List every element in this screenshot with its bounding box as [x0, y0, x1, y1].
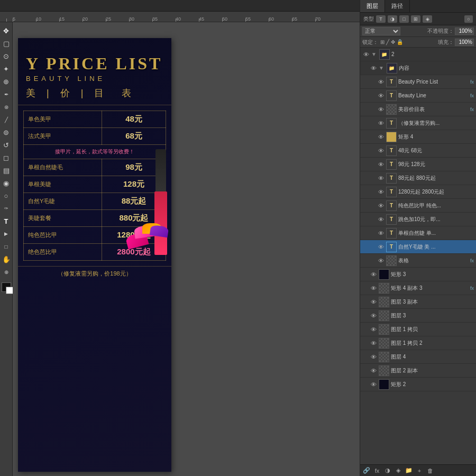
ruler-mark: 15	[59, 16, 83, 22]
layer-item-note[interactable]: 👁 T （修复液需另购...	[360, 116, 476, 130]
path-select-tool[interactable]: ▶	[1, 228, 12, 239]
add-adjustment-btn[interactable]: ◈	[394, 466, 402, 475]
lasso-tool[interactable]: ⊙	[1, 51, 12, 61]
filter-adj-icon[interactable]: ◑	[388, 15, 397, 23]
eye-icon[interactable]: 👁	[377, 175, 385, 182]
eye-icon[interactable]: 👁	[377, 147, 385, 154]
delete-layer-btn[interactable]: 🗑	[426, 466, 434, 475]
opacity-value[interactable]: 100%	[455, 28, 474, 35]
layer-item-rect3[interactable]: 👁 矩形 3	[360, 268, 476, 281]
history-brush-tool[interactable]: ↺	[1, 140, 12, 150]
layer-item-layer3-copy[interactable]: 👁 图层 3 副本	[360, 295, 476, 309]
layer-item-rect4[interactable]: 👁 矩形 4	[360, 130, 476, 144]
move-tool[interactable]: ✥	[1, 25, 12, 36]
clone-stamp-tool[interactable]: ⊚	[1, 127, 12, 138]
layer-item-layer4[interactable]: 👁 图层 4	[360, 350, 476, 364]
select-tool[interactable]: ▢	[1, 38, 12, 49]
eye-icon[interactable]: 👁	[370, 65, 377, 72]
heal-tool[interactable]: ⊛	[1, 102, 12, 112]
layer-item-biaoge[interactable]: 👁 表格 fx	[360, 254, 476, 268]
layer-item-1280-2800[interactable]: 👁 T 1280元起 2800元起	[360, 185, 476, 199]
hand-tool[interactable]: ✋	[1, 254, 12, 264]
layer-item-color-add[interactable]: 👁 T 跳色加10元，即...	[360, 213, 476, 226]
layer-thumbnail	[379, 365, 389, 376]
blend-mode-select[interactable]: 正常	[362, 27, 400, 35]
layer-name: 矩形 2	[391, 381, 474, 388]
eye-icon[interactable]: 👁	[362, 51, 370, 58]
lock-transparent-btn[interactable]: ⊞	[380, 39, 385, 45]
layer-item-layer1-copy1[interactable]: 👁 图层 1 拷贝	[360, 323, 476, 336]
eye-icon[interactable]: 👁	[377, 161, 385, 168]
eye-icon[interactable]: 👁	[370, 312, 377, 319]
tab-layers[interactable]: 图层	[360, 0, 385, 12]
zoom-tool[interactable]: ⊕	[1, 267, 12, 277]
eye-icon[interactable]: 👁	[370, 353, 377, 361]
layer-item-98-128[interactable]: 👁 T 98元 128元	[360, 158, 476, 171]
layer-item-meirong[interactable]: 👁 美容价目表 fx	[360, 103, 476, 116]
eye-icon[interactable]: 👁	[370, 271, 377, 278]
foreground-color[interactable]	[2, 282, 11, 292]
filter-shape-icon[interactable]: □	[399, 15, 409, 23]
layer-item-content[interactable]: 👁 ▼ 📁 内容	[360, 61, 476, 75]
layer-item-group2[interactable]: 👁 ▼ 📁 2	[360, 48, 476, 61]
text-tool[interactable]: T	[1, 216, 12, 226]
eye-icon[interactable]: 👁	[377, 188, 385, 196]
group-arrow-icon[interactable]: ▼	[371, 51, 377, 57]
eye-icon[interactable]: 👁	[377, 216, 385, 223]
filter-type-icon[interactable]: T	[376, 15, 386, 23]
filter-enabled-btn[interactable]: ○	[464, 15, 473, 23]
eyedropper-tool[interactable]: ✒	[1, 89, 12, 99]
layer-item-rect2[interactable]: 👁 矩形 2	[360, 378, 476, 391]
new-layer-btn[interactable]: +	[415, 466, 424, 475]
filter-toggle[interactable]: ○	[464, 15, 473, 23]
gradient-tool[interactable]: ▤	[1, 165, 12, 176]
link-layers-btn[interactable]: 🔗	[362, 466, 371, 475]
eye-icon[interactable]: 👁	[377, 120, 385, 127]
eye-icon[interactable]: 👁	[370, 340, 377, 347]
layer-item-48-68[interactable]: 👁 T 48元 68元	[360, 144, 476, 158]
lock-pixels-btn[interactable]: ╱	[386, 39, 389, 45]
eraser-tool[interactable]: ◻	[1, 152, 12, 163]
eye-icon[interactable]: 👁	[377, 202, 385, 209]
eye-icon[interactable]: 👁	[370, 367, 377, 374]
add-group-btn[interactable]: 📁	[405, 466, 413, 475]
layer-item-88-880[interactable]: 👁 T 88元起 880元起	[360, 171, 476, 185]
tab-paths[interactable]: 路径	[385, 0, 410, 12]
eye-icon[interactable]: 👁	[370, 285, 377, 292]
layer-thumbnail: T	[386, 228, 397, 239]
add-mask-btn[interactable]: ◑	[383, 466, 392, 475]
eye-icon[interactable]: 👁	[377, 106, 385, 113]
eye-icon[interactable]: 👁	[377, 78, 385, 86]
eye-icon[interactable]: 👁	[377, 92, 385, 99]
layer-item-layer3[interactable]: 👁 图层 3	[360, 309, 476, 323]
layer-item-layer2-copy[interactable]: 👁 图层 2 副本	[360, 364, 476, 378]
eye-icon[interactable]: 👁	[370, 326, 377, 333]
group-arrow-icon[interactable]: ▼	[379, 65, 384, 71]
eye-icon[interactable]: 👁	[377, 133, 385, 141]
layer-item-y-lash[interactable]: 👁 T 自然Y毛睫 美 ...	[360, 240, 476, 254]
blur-tool[interactable]: ◉	[1, 178, 12, 188]
lock-position-btn[interactable]: ✥	[391, 39, 395, 45]
layer-item-rect4-copy3[interactable]: 👁 矩形 4 副本 3 fx	[360, 281, 476, 295]
eye-icon[interactable]: 👁	[370, 298, 377, 306]
add-style-btn[interactable]: fx	[373, 466, 381, 475]
layer-item-layer1-copy2[interactable]: 👁 图层 1 拷贝 2	[360, 336, 476, 350]
dodge-tool[interactable]: ○	[1, 190, 12, 201]
filter-smart-icon[interactable]: ⊞	[411, 15, 420, 23]
brush-tool[interactable]: ╱	[1, 114, 12, 125]
layer-item-beauty-price[interactable]: 👁 T Beauty Price List fx	[360, 75, 476, 89]
eye-icon[interactable]: 👁	[377, 230, 385, 237]
eye-icon[interactable]: 👁	[370, 381, 377, 388]
eye-icon[interactable]: 👁	[377, 257, 385, 264]
eye-icon[interactable]: 👁	[377, 243, 385, 251]
pen-tool[interactable]: ✑	[1, 203, 12, 214]
layer-item-beauty-line[interactable]: 👁 T Beauty Line fx	[360, 89, 476, 103]
magic-wand-tool[interactable]: ✦	[1, 63, 12, 74]
lock-all-btn[interactable]: 🔒	[397, 39, 403, 45]
shape-tool[interactable]: □	[1, 241, 12, 252]
crop-tool[interactable]: ⊕	[1, 76, 12, 87]
filter-color-icon[interactable]: ◈	[423, 15, 432, 23]
layer-item-single-lash[interactable]: 👁 T 单根自然睫 单...	[360, 226, 476, 240]
layer-item-pure-babi[interactable]: 👁 T 纯色芭比甲 纯色...	[360, 199, 476, 213]
fill-value[interactable]: 100%	[455, 39, 474, 46]
